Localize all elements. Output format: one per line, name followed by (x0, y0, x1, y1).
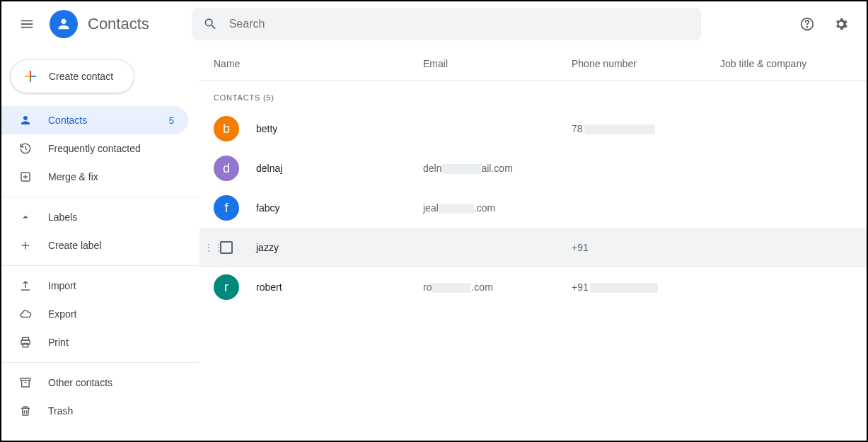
upload-icon (18, 279, 33, 292)
contact-avatar: f (214, 195, 239, 221)
contact-row[interactable]: ⋮⋮ d delnaj delnail.com (199, 149, 867, 188)
contacts-logo (50, 10, 78, 38)
print-icon (18, 336, 33, 349)
column-headers: Name Email Phone number Job title & comp… (199, 47, 867, 81)
contact-row[interactable]: ⋮⋮ j jazzy +91 (199, 228, 867, 267)
col-header-phone[interactable]: Phone number (572, 58, 720, 69)
history-icon (18, 142, 33, 155)
search-bar[interactable] (192, 8, 701, 40)
plus-multicolor-icon (22, 68, 39, 85)
svg-rect-4 (30, 77, 31, 82)
app-title: Contacts (88, 15, 149, 33)
search-icon (203, 16, 218, 32)
archive-icon (18, 376, 33, 389)
sidebar: Create contact Contacts 5 Frequently con… (1, 47, 199, 441)
sidebar-item-contacts[interactable]: Contacts 5 (1, 106, 188, 134)
sidebar-item-trash[interactable]: Trash (1, 397, 188, 425)
contact-phone: +91 (572, 242, 720, 253)
sidebar-item-label: Import (48, 280, 76, 291)
sidebar-item-print[interactable]: Print (1, 328, 188, 356)
contact-email: delnail.com (423, 163, 572, 174)
sidebar-item-merge-fix[interactable]: Merge & fix (1, 163, 188, 191)
sidebar-item-import[interactable]: Import (1, 272, 188, 300)
col-header-email[interactable]: Email (423, 58, 572, 69)
help-button[interactable] (793, 10, 821, 38)
contact-row[interactable]: ⋮⋮ b betty 78 (199, 109, 867, 149)
cloud-icon (18, 308, 33, 320)
sidebar-item-label: Other contacts (48, 377, 112, 388)
contact-avatar: b (214, 116, 239, 141)
svg-rect-3 (31, 76, 36, 77)
svg-rect-5 (25, 76, 30, 77)
contact-name: delnaj (256, 163, 423, 174)
sidebar-item-other-contacts[interactable]: Other contacts (1, 368, 188, 397)
main-menu-button[interactable] (13, 10, 41, 38)
sidebar-item-label: Frequently contacted (48, 143, 141, 154)
mergefix-icon (18, 170, 33, 183)
create-label-label: Create label (48, 240, 102, 251)
header-bar: Contacts (1, 1, 867, 47)
sidebar-item-frequently-contacted[interactable]: Frequently contacted (1, 134, 188, 163)
svg-point-1 (807, 27, 808, 28)
contact-avatar: r (214, 274, 239, 300)
svg-rect-11 (21, 378, 30, 380)
main-area: Name Email Phone number Job title & comp… (199, 47, 867, 441)
col-header-name[interactable]: Name (214, 58, 423, 69)
svg-rect-2 (30, 71, 31, 76)
chevron-up-icon (19, 211, 32, 223)
contacts-section-label: CONTACTS (5) (199, 81, 867, 109)
sidebar-item-label: Merge & fix (48, 171, 98, 182)
contact-phone: +91 (572, 281, 720, 293)
contact-email: jeal.com (423, 202, 572, 214)
sidebar-item-label: Export (48, 308, 76, 320)
labels-header-label: Labels (48, 211, 77, 223)
contact-row[interactable]: ⋮⋮ r robert ro.com +91 (199, 267, 867, 307)
svg-rect-6 (30, 76, 31, 77)
drag-handle-icon[interactable]: ⋮⋮ (204, 242, 224, 253)
contact-row[interactable]: ⋮⋮ f fabcy jeal.com (199, 188, 867, 228)
sidebar-item-label: Print (48, 337, 69, 348)
contact-name: betty (256, 123, 423, 134)
gear-icon (833, 16, 849, 32)
col-header-job[interactable]: Job title & company (720, 58, 867, 69)
create-label-button[interactable]: Create label (1, 231, 188, 260)
search-input[interactable] (229, 18, 690, 30)
contact-email: ro.com (423, 281, 572, 293)
contact-name: fabcy (256, 202, 423, 214)
plus-icon (19, 239, 32, 252)
contact-phone: 78 (572, 123, 720, 134)
person-icon (18, 114, 33, 127)
create-contact-label: Create contact (49, 71, 113, 82)
labels-header[interactable]: Labels (1, 203, 188, 231)
sidebar-item-label: Contacts (48, 115, 87, 126)
contact-avatar: d (214, 156, 239, 181)
person-icon (56, 16, 71, 32)
contact-name: jazzy (256, 242, 423, 253)
contact-name: robert (256, 281, 423, 293)
help-icon (799, 16, 815, 32)
sidebar-item-export[interactable]: Export (1, 300, 188, 328)
settings-button[interactable] (827, 10, 855, 38)
nav-count: 5 (169, 115, 174, 126)
trash-icon (18, 405, 33, 417)
hamburger-icon (19, 16, 35, 32)
sidebar-item-label: Trash (48, 405, 73, 417)
create-contact-button[interactable]: Create contact (10, 59, 134, 93)
